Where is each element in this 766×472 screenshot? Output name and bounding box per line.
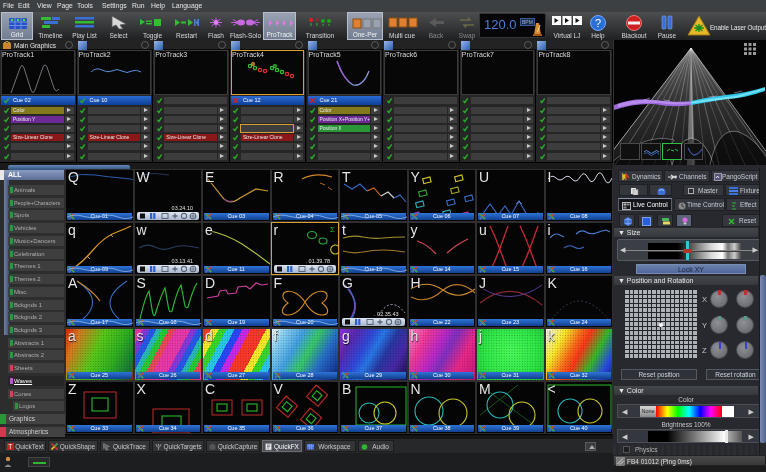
svg-text:Σ: Σ [330,225,335,234]
svg-text:?: ? [595,17,601,29]
svg-text:T: T [8,443,12,450]
